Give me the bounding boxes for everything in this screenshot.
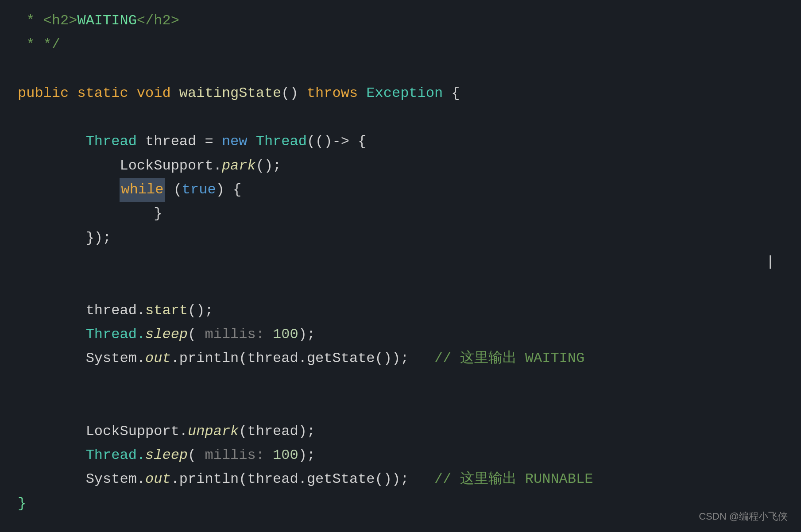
code-editor: * <h2>WAITING</h2> * */ public static vo… xyxy=(0,0,801,532)
code-line-18: LockSupport.unpark(thread); xyxy=(18,420,783,443)
code-line-4: public static void waitingState() throws… xyxy=(18,81,783,105)
code-line-9: } xyxy=(18,202,783,226)
code-line-19: Thread.sleep( millis: 100); xyxy=(18,443,783,467)
code-line-13: thread.start(); xyxy=(18,299,783,323)
code-line-20: System.out.println(thread.getState()); /… xyxy=(18,467,783,491)
code-line-empty-1 xyxy=(18,57,783,81)
code-line-15: System.out.println(thread.getState()); /… xyxy=(18,347,783,370)
code-line-empty-5 xyxy=(18,395,783,420)
code-line-empty-3 xyxy=(18,274,783,299)
code-line-empty-2 xyxy=(18,105,783,130)
code-line-10: }); xyxy=(18,226,783,250)
code-line-8: while (true) { xyxy=(18,178,783,202)
watermark: CSDN @编程小飞侠 xyxy=(699,510,788,523)
code-line-14: Thread.sleep( millis: 100); xyxy=(18,323,783,347)
code-line-6: Thread thread = new Thread(()-> { xyxy=(18,130,783,154)
code-line-empty-4 xyxy=(18,371,783,395)
code-line-2: * */ xyxy=(18,33,783,57)
code-line-7: LockSupport.park(); xyxy=(18,154,783,178)
code-line-1: * <h2>WAITING</h2> xyxy=(18,9,783,33)
code-line-21: } xyxy=(18,492,783,516)
code-line-cursor: | xyxy=(18,250,783,274)
